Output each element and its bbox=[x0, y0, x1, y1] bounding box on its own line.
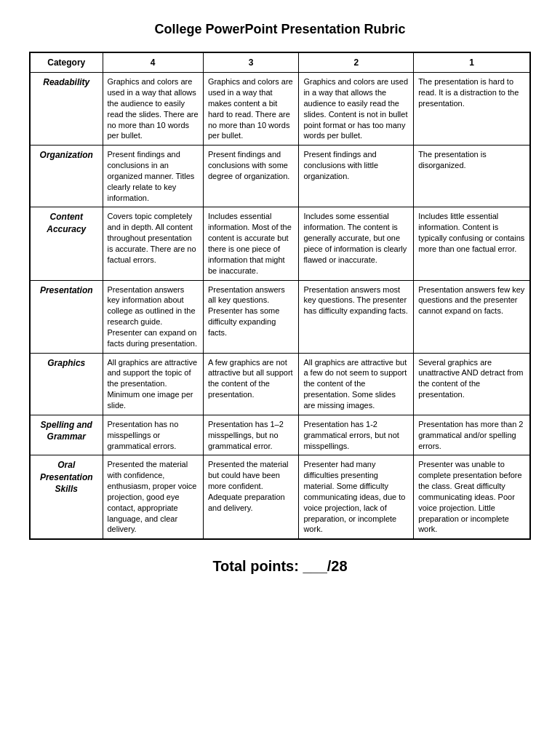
score-cell-3: Graphics and colors are used in a way th… bbox=[203, 73, 299, 146]
score-cell-3: Present findings and conclusions with so… bbox=[203, 146, 299, 207]
score-cell-4: All graphics are attractive and support … bbox=[103, 353, 203, 415]
score-cell-3: Includes essential information. Most of … bbox=[203, 207, 299, 280]
page-title: College PowerPoint Presentation Rubric bbox=[29, 22, 531, 37]
table-row: GraphicsAll graphics are attractive and … bbox=[30, 353, 530, 415]
score-cell-2: All graphics are attractive but a few do… bbox=[299, 353, 414, 415]
score-cell-3: Presentation answers all key questions. … bbox=[203, 280, 299, 353]
score-cell-2: Presentation answers most key questions.… bbox=[299, 280, 414, 353]
category-cell: Content Accuracy bbox=[30, 207, 103, 280]
table-row: Spelling and GrammarPresentation has no … bbox=[30, 415, 530, 455]
score-cell-2: Presenter had many difficulties presenti… bbox=[299, 455, 414, 539]
score-cell-1: Presentation has more than 2 grammatical… bbox=[414, 415, 530, 455]
score-cell-4: Graphics and colors are used in a way th… bbox=[103, 73, 203, 146]
category-cell: Oral Presentation Skills bbox=[30, 455, 103, 539]
score-cell-2: Presentation has 1-2 grammatical errors,… bbox=[299, 415, 414, 455]
header-category: Category bbox=[30, 52, 103, 73]
table-row: ReadabilityGraphics and colors are used … bbox=[30, 73, 530, 146]
score-cell-1: Includes little essential information. C… bbox=[414, 207, 530, 280]
score-cell-4: Covers topic completely and in depth. Al… bbox=[103, 207, 203, 280]
table-row: Oral Presentation SkillsPresented the ma… bbox=[30, 455, 530, 539]
score-cell-3: A few graphics are not attractive but al… bbox=[203, 353, 299, 415]
header-2: 2 bbox=[299, 52, 414, 73]
header-4: 4 bbox=[103, 52, 203, 73]
score-cell-2: Present findings and conclusions with li… bbox=[299, 146, 414, 207]
score-cell-4: Presentation answers key information abo… bbox=[103, 280, 203, 353]
score-cell-3: Presented the material but could have be… bbox=[203, 455, 299, 539]
rubric-table: Category 4 3 2 1 ReadabilityGraphics and… bbox=[29, 52, 531, 540]
score-cell-2: Includes some essential information. The… bbox=[299, 207, 414, 280]
category-cell: Readability bbox=[30, 73, 103, 146]
score-cell-3: Presentation has 1–2 misspellings, but n… bbox=[203, 415, 299, 455]
category-cell: Presentation bbox=[30, 280, 103, 353]
category-cell: Organization bbox=[30, 146, 103, 207]
score-cell-1: The presentation is hard to read. It is … bbox=[414, 73, 530, 146]
category-cell: Spelling and Grammar bbox=[30, 415, 103, 455]
table-row: PresentationPresentation answers key inf… bbox=[30, 280, 530, 353]
table-row: OrganizationPresent findings and conclus… bbox=[30, 146, 530, 207]
score-cell-1: Several graphics are unattractive AND de… bbox=[414, 353, 530, 415]
header-3: 3 bbox=[203, 52, 299, 73]
score-cell-4: Presented the material with confidence, … bbox=[103, 455, 203, 539]
score-cell-2: Graphics and colors are used in a way th… bbox=[299, 73, 414, 146]
header-1: 1 bbox=[414, 52, 530, 73]
score-cell-1: Presentation answers few key questions a… bbox=[414, 280, 530, 353]
total-points: Total points: ___/28 bbox=[29, 558, 531, 575]
category-cell: Graphics bbox=[30, 353, 103, 415]
score-cell-4: Presentation has no misspellings or gram… bbox=[103, 415, 203, 455]
score-cell-4: Present findings and conclusions in an o… bbox=[103, 146, 203, 207]
score-cell-1: Presenter was unable to complete present… bbox=[414, 455, 530, 539]
table-row: Content AccuracyCovers topic completely … bbox=[30, 207, 530, 280]
score-cell-1: The presentation is disorganized. bbox=[414, 146, 530, 207]
